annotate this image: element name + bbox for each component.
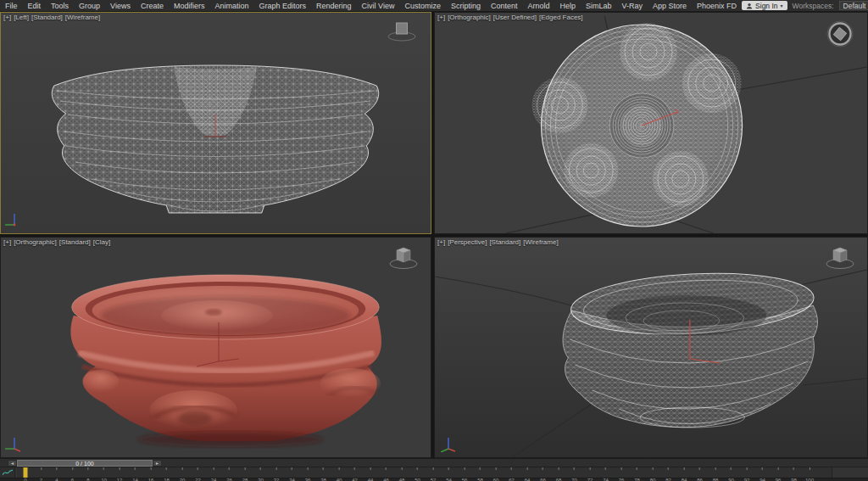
viewport-shading-menu[interactable]: [Edged Faces]: [539, 14, 583, 21]
viewcube-3d: [388, 244, 419, 270]
menu-file[interactable]: File: [0, 0, 23, 12]
wireframe-left-view-scene: [1, 13, 431, 233]
viewport-renderer-menu[interactable]: [Standard]: [59, 238, 91, 246]
viewport-renderer-menu[interactable]: [User Defined]: [493, 14, 537, 21]
trackbar-tick: 6: [71, 467, 74, 481]
menu-arnold[interactable]: Arnold: [522, 0, 554, 12]
menu-civil-view[interactable]: Civil View: [357, 0, 400, 12]
trackbar-tick: 54: [446, 467, 452, 481]
menu-phoenix-fd[interactable]: Phoenix FD: [692, 0, 742, 12]
trackbar-tick: 84: [682, 467, 687, 481]
viewport-renderer-menu[interactable]: [Standard]: [31, 14, 63, 21]
viewcube-top-ring: [823, 17, 857, 51]
trackbar-tick: 36: [305, 467, 311, 481]
workspaces-label: Workspaces:: [793, 2, 834, 10]
viewport-top-left[interactable]: [+] [Left] [Standard] [Wireframe]: [0, 12, 431, 234]
trackbar-tick: 88: [713, 467, 719, 481]
trackbar-tick: 64: [525, 467, 531, 481]
viewport-bottom-right[interactable]: [+] [Perspective] [Standard] [Wireframe]: [434, 237, 868, 458]
trackbar-tick: 58: [477, 467, 483, 481]
menu-views[interactable]: Views: [105, 0, 136, 12]
timeline-area: ◄ 0 / 100 ► 0246810121416182022242628303…: [0, 458, 868, 481]
menu-tools[interactable]: Tools: [46, 0, 74, 12]
viewport-label: [+] [Perspective] [Standard] [Wireframe]: [437, 238, 559, 246]
trackbar-tick: 38: [320, 467, 326, 481]
trackbar-end-spacer: [832, 467, 868, 478]
viewport-pov-menu[interactable]: [Perspective]: [448, 238, 487, 246]
menu-create[interactable]: Create: [136, 0, 169, 12]
trackbar-tick: 22: [195, 467, 201, 481]
menu-content[interactable]: Content: [486, 0, 523, 12]
trackbar-tick: 86: [697, 467, 703, 481]
menu-group[interactable]: Group: [74, 0, 105, 12]
trackbar-tick: 10: [101, 467, 107, 481]
trackbar-ruler[interactable]: 0246810121416182022242628303234363840424…: [17, 467, 832, 478]
menu-scripting[interactable]: Scripting: [446, 0, 486, 12]
viewcube[interactable]: [388, 244, 419, 273]
menu-help[interactable]: Help: [554, 0, 581, 12]
workspace-value: Default: [843, 2, 866, 10]
trackbar-tick: 20: [180, 467, 186, 481]
current-frame-marker[interactable]: [24, 467, 28, 478]
trackbar-tick: 48: [399, 467, 405, 481]
viewport-general-menu[interactable]: [+]: [437, 238, 445, 246]
trackbar-tick: 100: [805, 467, 814, 481]
trackbar-tick: 2: [40, 467, 42, 481]
viewport-renderer-menu[interactable]: [Standard]: [489, 238, 520, 246]
trackbar-tick: 72: [587, 467, 593, 481]
viewport-general-menu[interactable]: [+]: [3, 14, 11, 21]
previous-frame-button[interactable]: ◄: [8, 460, 17, 467]
next-frame-button[interactable]: ►: [153, 460, 162, 467]
workspace-select[interactable]: Default ▾: [839, 1, 868, 10]
viewport-pov-menu[interactable]: [Orthographic]: [448, 14, 491, 21]
trackbar-tick: 4: [55, 467, 58, 481]
viewport-shading-menu[interactable]: [Wireframe]: [65, 14, 100, 21]
viewcube[interactable]: [825, 244, 855, 273]
viewport-pov-menu[interactable]: [Orthographic]: [14, 238, 57, 246]
mini-curve-editor-icon: [3, 469, 13, 476]
trackbar-tick: 26: [226, 467, 232, 481]
viewport-shading-menu[interactable]: [Wireframe]: [523, 238, 558, 246]
trackbar-tick: 68: [556, 467, 562, 481]
clay-shaded-scene: [1, 238, 431, 457]
trackbar-tick: 42: [352, 467, 358, 481]
axis-tripod: [437, 432, 458, 456]
menu-simlab[interactable]: SimLab: [581, 0, 617, 12]
viewcube[interactable]: [823, 17, 857, 54]
viewport-top-right[interactable]: [+] [Orthographic] [User Defined] [Edged…: [434, 12, 868, 234]
mini-curve-editor-button[interactable]: [0, 467, 15, 478]
menu-modifiers[interactable]: Modifiers: [169, 0, 210, 12]
trackbar-tick: 96: [776, 467, 782, 481]
viewport-grid: [+] [Left] [Standard] [Wireframe]: [0, 12, 868, 458]
trackbar-tick: 80: [650, 467, 656, 481]
viewport-general-menu[interactable]: [+]: [437, 14, 445, 21]
time-slider-handle[interactable]: 0 / 100: [17, 460, 153, 467]
trackbar-tick: 34: [289, 467, 295, 481]
trackbar-tick: 98: [791, 467, 797, 481]
viewport-bottom-left[interactable]: [+] [Orthographic] [Standard] [Clay]: [0, 237, 431, 458]
trackbar-tick: 28: [242, 467, 248, 481]
3dsmax-window: File Edit Tools Group Views Create Modif…: [0, 0, 868, 481]
chevron-down-icon: ▾: [781, 3, 783, 8]
wireframe-perspective-scene: [435, 238, 867, 457]
menu-animation[interactable]: Animation: [209, 0, 253, 12]
menu-rendering[interactable]: Rendering: [311, 0, 357, 12]
sign-in-button[interactable]: Sign In ▾: [742, 1, 787, 10]
menu-app-store[interactable]: App Store: [648, 0, 692, 12]
menu-edit[interactable]: Edit: [23, 0, 47, 12]
trackbar-tick: 90: [728, 467, 734, 481]
time-slider[interactable]: ◄ 0 / 100 ►: [0, 458, 868, 467]
trackbar-tick: 14: [132, 467, 138, 481]
trackbar-tick: 44: [368, 467, 374, 481]
viewport-label: [+] [Orthographic] [User Defined] [Edged…: [437, 14, 583, 21]
menu-customize[interactable]: Customize: [399, 0, 446, 12]
viewport-general-menu[interactable]: [+]: [3, 238, 11, 246]
axis-tripod: [3, 432, 24, 456]
viewport-pov-menu[interactable]: [Left]: [14, 14, 29, 21]
viewport-shading-menu[interactable]: [Clay]: [93, 238, 110, 246]
viewcube[interactable]: [387, 20, 417, 46]
axis-tripod: [3, 208, 24, 232]
menu-vray[interactable]: V-Ray: [617, 0, 648, 12]
menu-graph-editors[interactable]: Graph Editors: [253, 0, 311, 12]
trackbar-tick: 92: [744, 467, 750, 481]
